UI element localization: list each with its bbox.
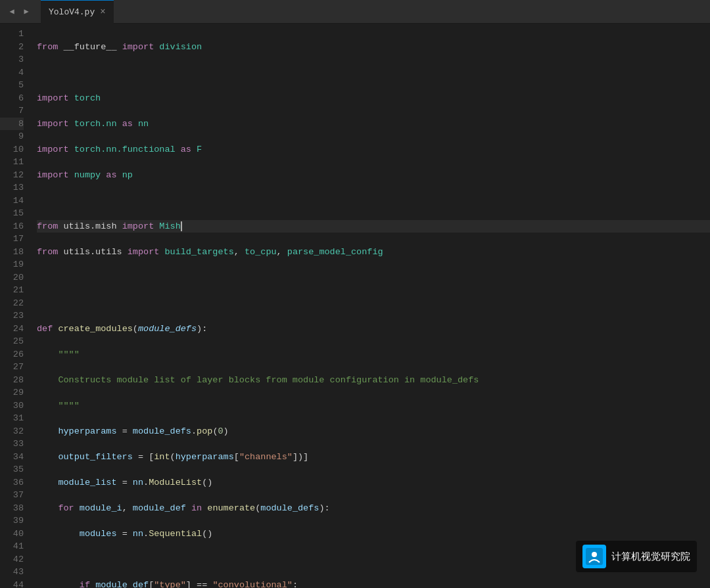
file-tab[interactable]: YoloV4.py ×	[41, 0, 114, 24]
code-line-5: import torch.nn.functional as F	[37, 143, 710, 156]
code-line-20: modules = nn.Sequential()	[37, 528, 710, 541]
code-line-13: """"	[37, 348, 710, 361]
code-line-14: Constructs module list of layer blocks f…	[37, 374, 710, 387]
titlebar: ◀ ▶ YoloV4.py ×	[0, 0, 710, 24]
code-line-17: output_filters = [int(hyperparams["chann…	[37, 451, 710, 464]
code-line-19: for module_i, module_def in enumerate(mo…	[37, 502, 710, 515]
code-line-7	[37, 194, 710, 208]
code-line-18: module_list = nn.ModuleList()	[37, 476, 710, 489]
code-line-8: from utils.mish import Mish	[37, 220, 710, 233]
titlebar-nav: ◀ ▶	[5, 3, 33, 20]
code-line-10	[37, 271, 710, 284]
tab-label: YoloV4.py	[49, 7, 95, 17]
line-numbers: 1 2 3 4 5 6 7 8 9 10 11 12 13 14 15 16 1…	[0, 24, 32, 588]
watermark-label: 计算机视觉研究院	[611, 551, 690, 563]
nav-back-button[interactable]: ◀	[5, 3, 18, 20]
code-line-2	[37, 66, 710, 79]
code-line-1: from __future__ import division	[37, 41, 710, 54]
code-line-12: def create_modules(module_defs):	[37, 323, 710, 336]
editor: 1 2 3 4 5 6 7 8 9 10 11 12 13 14 15 16 1…	[0, 24, 710, 588]
code-line-15: """"	[37, 399, 710, 413]
nav-forward-button[interactable]: ▶	[20, 3, 33, 20]
watermark-icon	[582, 545, 606, 568]
watermark: 计算机视觉研究院	[576, 541, 697, 572]
tab-close-button[interactable]: ×	[100, 7, 105, 17]
code-line-9: from utils.utils import build_targets, t…	[37, 246, 710, 259]
svg-point-1	[592, 552, 597, 557]
code-line-6: import numpy as np	[37, 169, 710, 182]
code-line-22: if module_def["type"] == "convolutional"…	[37, 579, 710, 589]
code-line-3: import torch	[37, 92, 710, 105]
code-line-11	[37, 297, 710, 310]
code-line-16: hyperparams = module_defs.pop(0)	[37, 425, 710, 438]
code-content[interactable]: from __future__ import division import t…	[32, 24, 710, 588]
code-line-4: import torch.nn as nn	[37, 118, 710, 131]
